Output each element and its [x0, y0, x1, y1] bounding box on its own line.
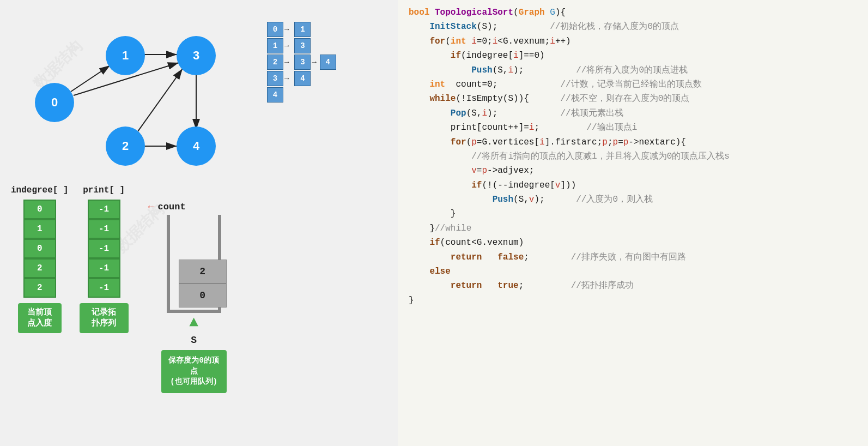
- stack-desc: 保存度为0的顶点(也可用队列): [161, 350, 227, 393]
- indegree-3: 2: [23, 258, 56, 278]
- print-cells: -1 -1 -1 -1 -1 ← count: [88, 200, 120, 298]
- code-line-9: for(p=G.vertices[i].firstarc;p;p=p->next…: [409, 135, 857, 149]
- code-line-13: Push(S,v); //入度为0，则入栈: [409, 192, 857, 207]
- stack-bottom-value: 0: [179, 284, 227, 308]
- left-panel: 数据结构 数据结构 0: [0, 0, 398, 446]
- code-panel: bool TopologicalSort(Graph G){ InitStack…: [398, 0, 868, 446]
- adj-node-1-3: 3: [294, 38, 311, 53]
- print-0: -1: [88, 200, 120, 219]
- stack-visual: 2 0: [161, 204, 227, 313]
- node-4-label: 4: [193, 139, 200, 153]
- adj-index-2: 2: [267, 55, 283, 70]
- indegree-desc: 当前顶点入度: [18, 303, 62, 333]
- adj-node-2-4: 4: [320, 55, 336, 70]
- adj-index-1: 1: [267, 38, 283, 53]
- code-line-17: return false; //排序失败，有向图中有回路: [409, 250, 857, 264]
- print-3: -1: [88, 258, 120, 278]
- adj-index-4: 4: [267, 87, 283, 103]
- edge-0-1: [71, 65, 110, 92]
- adj-row-0: 0 → 1: [267, 22, 336, 37]
- indegree-2: 0: [23, 239, 56, 258]
- stack-outer: 2 0: [167, 215, 221, 313]
- code-line-11: v=p->adjvex;: [409, 164, 857, 178]
- print-4: -1: [88, 278, 120, 298]
- code-line-19: return true; //拓扑排序成功: [409, 279, 857, 293]
- code-line-1: InitStack(S); //初始化栈，存储入度为0的顶点: [409, 20, 857, 34]
- adj-row-2: 2 → 3 → 4: [267, 55, 336, 70]
- stack-top-value: 2: [179, 260, 227, 284]
- code-line-3: if(indegree[i]==0): [409, 49, 857, 63]
- bottom-section: indegree[ ] 0 1 0 2 2 当前顶点入度 print[ ] -1…: [11, 185, 398, 393]
- adj-row-3: 3 → 4: [267, 71, 336, 86]
- stack-label: S: [191, 335, 197, 346]
- code-line-5: int count=0; //计数，记录当前已经输出的顶点数: [409, 77, 857, 92]
- adj-arrow-2: →: [284, 58, 289, 67]
- adj-arrow-0: →: [284, 25, 289, 34]
- count-arrow-icon: ←: [148, 201, 155, 213]
- code-line-10: //将所有i指向的顶点的入度减1，并且将入度减为0的顶点压入栈s: [409, 149, 857, 164]
- print-label: print[ ]: [83, 185, 125, 195]
- code-line-7: Pop(S,i); //栈顶元素出栈: [409, 106, 857, 120]
- graph-svg: 0 1 2 3 4: [11, 11, 262, 169]
- code-title: bool TopologicalSort(Graph G){: [409, 5, 857, 20]
- code-line-12: if(!(--indegree[v])): [409, 178, 857, 192]
- code-line-6: while(!IsEmpty(S)){ //栈不空，则存在入度为0的顶点: [409, 92, 857, 106]
- code-line-18: else: [409, 264, 857, 279]
- print-2: -1: [88, 239, 120, 258]
- code-line-14: }: [409, 207, 857, 221]
- indegree-4: 2: [23, 278, 56, 298]
- indegree-container: indegree[ ] 0 1 0 2 2 当前顶点入度: [11, 185, 69, 333]
- code-line-20: }: [409, 293, 857, 308]
- adj-row-1: 1 → 3: [267, 38, 336, 53]
- print-desc: 记录拓扑序列: [80, 303, 129, 333]
- adj-node-0-1: 1: [294, 22, 311, 37]
- adj-index-0: 0: [267, 22, 283, 37]
- indegree-label: indegree[ ]: [11, 185, 69, 195]
- indegree-0: 0: [23, 200, 56, 219]
- adj-list: 0 → 1 1 → 3 2 → 3 → 4 3 → 4 4: [267, 22, 336, 103]
- node-0-label: 0: [51, 95, 58, 109]
- code-line-4: Push(S,i); //将所有入度为0的顶点进栈: [409, 63, 857, 77]
- adj-index-3: 3: [267, 71, 283, 86]
- indegree-1: 1: [23, 219, 56, 239]
- adj-node-2-3: 3: [294, 55, 311, 70]
- code-line-15: }//while: [409, 221, 857, 236]
- node-2-label: 2: [122, 139, 129, 153]
- adj-node-3-4: 4: [294, 71, 311, 86]
- node-1-label: 1: [122, 49, 129, 62]
- adj-arrow-1: →: [284, 41, 289, 50]
- indegree-cells: 0 1 0 2 2: [23, 200, 56, 298]
- node-3-label: 3: [193, 49, 199, 62]
- print-container: print[ ] -1 -1 -1 -1 -1 ← count 记录拓扑序列: [80, 185, 129, 333]
- code-line-2: for(int i=0;i<G.vexnum;i++): [409, 34, 857, 49]
- edge-2-3: [135, 69, 183, 135]
- adj-arrow-2b: →: [312, 58, 316, 67]
- adj-arrow-3: →: [284, 74, 289, 83]
- adj-row-4: 4: [267, 87, 336, 103]
- graph-area: 0 1 2 3 4: [11, 11, 262, 169]
- code-line-8: print[count++]=i; //输出顶点i: [409, 120, 857, 135]
- code-line-16: if(count<G.vexnum): [409, 236, 857, 250]
- stack-arrow-icon: ▲: [189, 315, 198, 330]
- stack-container: 2 0 ▲ S 保存度为0的顶点(也可用队列): [161, 185, 227, 393]
- print-1: -1: [88, 219, 120, 239]
